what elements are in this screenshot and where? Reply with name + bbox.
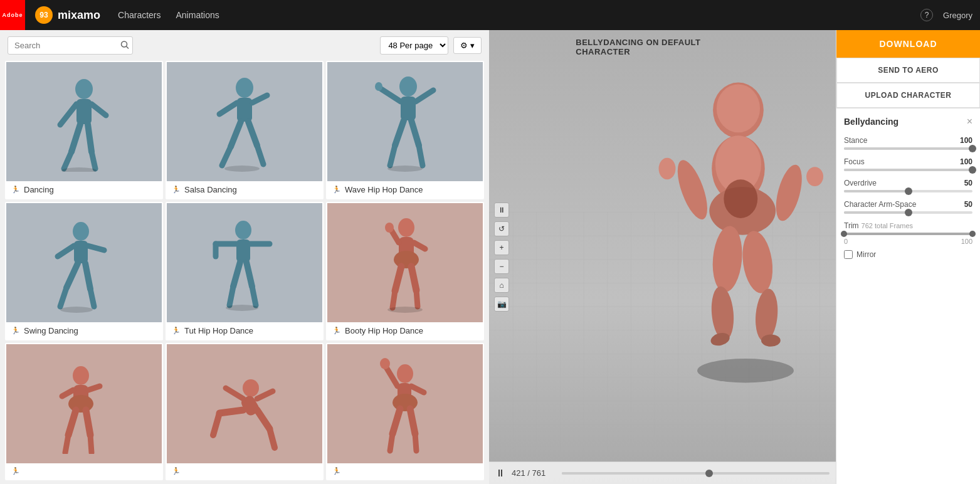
stance-slider[interactable] [844,147,972,150]
frame-counter: 421 / 761 [512,468,556,478]
anim-name-salsa: Salsa Dancing [184,185,237,194]
svg-line-27 [411,120,419,145]
anim-card-r3-3[interactable]: 🏃 [326,343,484,480]
overdrive-thumb[interactable] [905,187,912,195]
trim-thumb-right[interactable] [969,231,976,237]
svg-point-0 [122,41,127,47]
svg-line-35 [60,288,66,307]
svg-point-104 [761,335,781,347]
mirror-checkbox[interactable] [844,250,853,259]
main-nav: Characters Animations [118,10,219,20]
anim-card-r3-2[interactable]: 🏃 [166,343,324,480]
svg-line-26 [390,145,395,166]
focus-thumb[interactable] [969,166,976,174]
svg-point-2 [75,79,93,99]
svg-line-83 [393,409,400,434]
anim-card-salsa[interactable]: 🏃 Salsa Dancing [166,61,324,199]
anim-card-swing[interactable]: 🏃 Swing Dancing [5,202,163,340]
anim-grid-container[interactable]: 🏃 Dancing [0,61,489,484]
anim-card-booty[interactable]: 🏃 Booty Hip Hop Dance [326,202,484,340]
svg-line-34 [66,263,78,288]
help-icon[interactable]: ? [920,9,933,21]
svg-point-60 [73,366,89,385]
download-button[interactable]: DOWNLOAD [836,30,980,58]
trim-track[interactable] [844,233,972,235]
svg-line-51 [391,230,399,243]
svg-line-56 [393,291,395,308]
svg-point-39 [235,221,251,239]
anim-footer-wave: 🏃 Wave Hip Hop Dance [327,181,483,198]
arm-space-thumb[interactable] [905,209,912,216]
gear-dropdown-icon: ▾ [470,41,475,50]
viewport[interactable]: BELLYDANCING ON DEFAULT CHARACTER [489,30,836,484]
svg-line-6 [71,124,80,152]
run-icon-dancing: 🏃 [11,186,20,194]
nav-animations[interactable]: Animations [176,10,219,20]
svg-point-96 [658,158,675,180]
vp-zoom-plus-btn[interactable]: + [494,240,509,255]
arm-space-slider[interactable] [844,211,972,214]
svg-line-86 [415,434,416,451]
svg-line-67 [86,410,90,435]
svg-line-46 [246,262,252,287]
prop-trim: Trim 762 total Frames 0 100 [844,221,972,245]
svg-line-18 [257,145,263,164]
vp-zoom-minus-btn[interactable]: − [494,259,509,274]
progress-track[interactable] [562,472,830,475]
anim-card-wave[interactable]: 🏃 Wave Hip Hop Dance [326,61,484,199]
user-menu[interactable]: Gregory [943,11,972,20]
pause-button[interactable]: ⏸ [495,468,505,479]
svg-point-38 [60,307,93,313]
search-button[interactable] [120,40,129,51]
anim-name-swing: Swing Dancing [24,326,78,335]
anim-thumb-tut [167,203,322,322]
vp-home-btn[interactable]: ⌂ [494,278,509,293]
overdrive-slider[interactable] [844,190,972,192]
svg-point-80 [380,358,390,369]
stance-thumb[interactable] [969,145,976,152]
trim-thumb-left[interactable] [841,231,847,237]
svg-point-54 [394,251,419,268]
progress-fill [562,472,709,475]
progress-thumb[interactable] [705,470,713,477]
svg-line-74 [270,429,275,448]
search-input[interactable] [8,36,133,55]
vp-undo-btn[interactable]: ↺ [494,221,509,236]
viewport-controls: ⏸ ↺ + − ⌂ 📷 [494,203,509,312]
anim-card-dancing[interactable]: 🏃 Dancing [5,61,163,199]
svg-line-45 [229,287,233,305]
trim-left-val: 0 [844,238,848,245]
overdrive-label: Overdrive [844,179,877,187]
run-icon-salsa: 🏃 [172,186,181,194]
svg-line-55 [395,266,401,291]
viewport-canvas: BELLYDANCING ON DEFAULT CHARACTER [489,30,836,484]
per-page-select[interactable]: 48 Per page 12 Per page 24 Per page 96 P… [380,36,448,55]
svg-line-71 [219,410,243,413]
prop-focus: Focus 100 [844,157,972,171]
anim-card-tut[interactable]: 🏃 Tut Hip Hop Dance [166,202,324,340]
vp-pause-btn[interactable]: ⏸ [494,203,509,218]
vp-camera-btn[interactable]: 📷 [494,297,509,312]
svg-point-23 [375,82,382,91]
gear-button[interactable]: ⚙ ▾ [453,37,482,54]
search-input-wrap [8,36,133,55]
focus-slider[interactable] [844,169,972,171]
nav-characters[interactable]: Characters [118,10,161,20]
trim-frames: 762 total Frames [861,222,914,229]
svg-line-62 [62,390,73,396]
svg-point-98 [806,167,823,187]
anim-footer-tut: 🏃 Tut Hip Hop Dance [167,322,322,339]
props-title: Bellydancing [844,117,898,127]
svg-point-59 [387,307,423,313]
svg-line-66 [65,435,68,453]
svg-line-76 [257,391,273,399]
upload-character-button[interactable]: UPLOAD CHARACTER [836,83,980,108]
props-close-button[interactable]: × [967,116,972,127]
main-layout: 48 Per page 12 Per page 24 Per page 96 P… [0,30,980,484]
anim-name-tut: Tut Hip Hop Dance [184,326,253,335]
anim-card-r3-1[interactable]: 🏃 [5,343,163,480]
svg-line-16 [222,147,231,166]
svg-line-4 [60,104,76,125]
svg-point-20 [399,76,417,97]
send-aero-button[interactable]: SEND TO AERO [836,58,980,83]
